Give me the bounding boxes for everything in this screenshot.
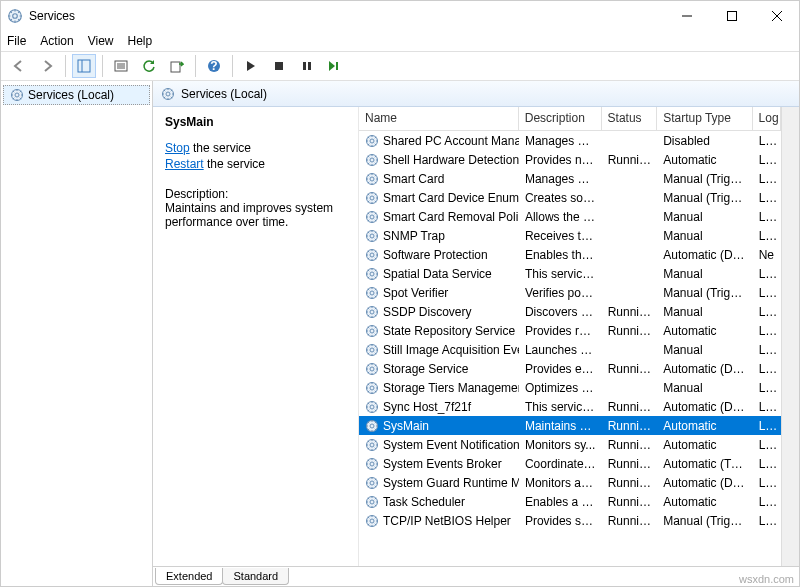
gear-icon [365,476,379,490]
service-row[interactable]: Storage Tiers ManagementOptimizes th...M… [359,378,781,397]
service-rows[interactable]: Shared PC Account ManagerManages pr...Di… [359,131,781,566]
refresh-button[interactable] [137,54,161,78]
svg-rect-18 [336,62,338,70]
gear-icon [365,457,379,471]
service-status [602,273,658,275]
restart-link[interactable]: Restart [165,157,204,171]
show-hide-tree-button[interactable] [72,54,96,78]
start-service-button[interactable] [239,54,263,78]
help-button[interactable]: ? [202,54,226,78]
restart-service-button[interactable] [323,54,347,78]
service-desc: Coordinates ... [519,456,602,472]
service-row[interactable]: Smart Card Device Enumerat...Creates sof… [359,188,781,207]
gear-icon [365,324,379,338]
service-desc: Provides sup... [519,513,602,529]
gear-icon [10,88,24,102]
service-row[interactable]: TCP/IP NetBIOS HelperProvides sup...Runn… [359,511,781,530]
col-name[interactable]: Name [359,107,519,130]
list-pane: Name Description Status Startup Type Log… [358,107,781,566]
selected-service-name: SysMain [165,115,346,129]
tab-standard[interactable]: Standard [222,568,289,585]
vertical-scrollbar[interactable] [781,107,799,566]
service-name: Storage Service [383,362,468,376]
service-row[interactable]: Still Image Acquisition EventsLaunches a… [359,340,781,359]
service-logon: Loc [753,380,781,396]
toolbar-separator [65,55,66,77]
service-row[interactable]: System Event Notification S...Monitors s… [359,435,781,454]
export-button[interactable] [165,54,189,78]
service-logon: Loc [753,399,781,415]
gear-icon [365,514,379,528]
gear-icon [365,419,379,433]
col-startup[interactable]: Startup Type [657,107,752,130]
service-row[interactable]: Storage ServiceProvides ena...RunningAut… [359,359,781,378]
service-status [602,197,658,199]
service-desc: Receives tra... [519,228,602,244]
close-button[interactable] [754,1,799,31]
service-row[interactable]: System Events BrokerCoordinates ...Runni… [359,454,781,473]
service-status [602,292,658,294]
service-row[interactable]: Shared PC Account ManagerManages pr...Di… [359,131,781,150]
col-logon[interactable]: Log On As [753,107,781,130]
tree-item-label: Services (Local) [28,88,114,102]
menu-action[interactable]: Action [40,34,73,48]
col-status[interactable]: Status [602,107,658,130]
service-desc: Enables the ... [519,247,602,263]
service-name: System Events Broker [383,457,502,471]
service-row[interactable]: State Repository ServiceProvides req...R… [359,321,781,340]
service-status: Running [602,323,658,339]
menu-view[interactable]: View [88,34,114,48]
service-logon: Loc [753,418,781,434]
service-row[interactable]: Software ProtectionEnables the ...Automa… [359,245,781,264]
stop-link[interactable]: Stop [165,141,190,155]
tab-extended[interactable]: Extended [155,568,223,585]
maximize-button[interactable] [709,1,754,31]
svg-rect-15 [275,62,283,70]
service-desc: Manages pr... [519,133,602,149]
service-startup: Manual [657,304,752,320]
service-startup: Automatic [657,494,752,510]
service-row[interactable]: Shell Hardware DetectionProvides not...R… [359,150,781,169]
service-startup: Manual (Trigg... [657,513,752,529]
description-label: Description: [165,187,346,201]
minimize-button[interactable] [664,1,709,31]
service-row[interactable]: SNMP TrapReceives tra...ManualLoc [359,226,781,245]
service-status: Running [602,304,658,320]
service-logon: Loc [753,361,781,377]
pause-service-button[interactable] [295,54,319,78]
service-name: Still Image Acquisition Events [383,343,519,357]
service-name: SysMain [383,419,429,433]
service-row[interactable]: Spot VerifierVerifies pote...Manual (Tri… [359,283,781,302]
gear-icon [365,495,379,509]
svg-text:?: ? [210,59,217,73]
service-name: System Guard Runtime Mon... [383,476,519,490]
service-desc: Launches ap... [519,342,602,358]
menu-file[interactable]: File [7,34,26,48]
col-description[interactable]: Description [519,107,602,130]
service-startup: Manual [657,342,752,358]
service-row[interactable]: Sync Host_7f21fThis service ...RunningAu… [359,397,781,416]
stop-service-button[interactable] [267,54,291,78]
service-logon: Loc [753,171,781,187]
service-status: Running [602,152,658,168]
service-row[interactable]: System Guard Runtime Mon...Monitors an..… [359,473,781,492]
service-row[interactable]: Smart Card Removal PolicyAllows the s...… [359,207,781,226]
service-row[interactable]: Smart CardManages ac...Manual (Trigg...L… [359,169,781,188]
forward-button[interactable] [35,54,59,78]
menu-help[interactable]: Help [128,34,153,48]
toolbar: ? [1,51,799,81]
gear-icon [365,400,379,414]
service-row[interactable]: SSDP DiscoveryDiscovers ne...RunningManu… [359,302,781,321]
tree-item-services-local[interactable]: Services (Local) [3,85,150,105]
titlebar: Services [1,1,799,31]
watermark: wsxdn.com [739,573,794,585]
service-desc: This service ... [519,399,602,415]
properties-button[interactable] [109,54,133,78]
back-button[interactable] [7,54,31,78]
service-logon: Loc [753,304,781,320]
service-row[interactable]: SysMainMaintains a...RunningAutomaticLoc [359,416,781,435]
service-row[interactable]: Spatial Data ServiceThis service i...Man… [359,264,781,283]
service-row[interactable]: Task SchedulerEnables a us...RunningAuto… [359,492,781,511]
service-desc: Maintains a... [519,418,602,434]
service-desc: Enables a us... [519,494,602,510]
